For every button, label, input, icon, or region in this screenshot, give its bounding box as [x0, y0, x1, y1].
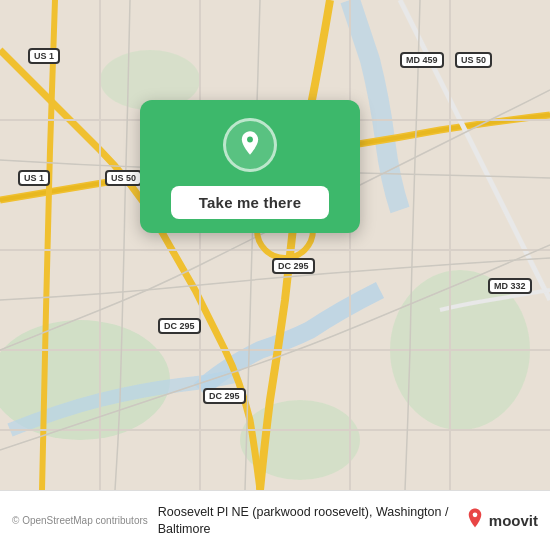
road-sign-us1-ml: US 1	[18, 170, 50, 186]
location-region: Baltimore	[158, 522, 211, 536]
road-sign-dc295-2: DC 295	[158, 318, 201, 334]
map-container: US 1 US 1 US 50 US 50 MD 459 DC 295 DC 2…	[0, 0, 550, 490]
location-pin-icon	[236, 129, 264, 161]
road-sign-md332: MD 332	[488, 278, 532, 294]
location-name: Roosevelt Pl NE (parkwood roosevelt), Wa…	[158, 505, 449, 519]
moovit-brand-text: moovit	[489, 512, 538, 529]
svg-point-17	[247, 137, 253, 143]
copyright-text: © OpenStreetMap contributors	[12, 515, 148, 526]
moovit-logo: moovit	[464, 507, 538, 534]
map-svg	[0, 0, 550, 490]
pin-circle	[223, 118, 277, 172]
svg-point-18	[472, 513, 477, 518]
bottom-bar: © OpenStreetMap contributors Roosevelt P…	[0, 490, 550, 550]
road-sign-dc295-1: DC 295	[272, 258, 315, 274]
road-sign-md459: MD 459	[400, 52, 444, 68]
location-card: Take me there	[140, 100, 360, 233]
road-sign-us50-mr: US 50	[455, 52, 492, 68]
location-text: Roosevelt Pl NE (parkwood roosevelt), Wa…	[158, 504, 456, 537]
road-sign-us1-tl: US 1	[28, 48, 60, 64]
road-sign-us50-m: US 50	[105, 170, 142, 186]
road-sign-dc295-3: DC 295	[203, 388, 246, 404]
take-me-there-button[interactable]: Take me there	[171, 186, 329, 219]
moovit-pin-icon	[464, 507, 486, 534]
